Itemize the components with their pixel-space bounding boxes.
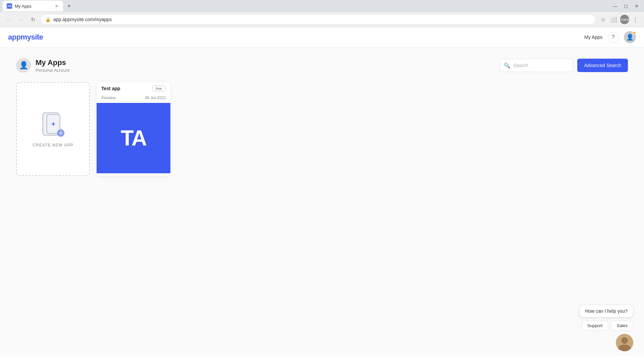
app-header: appmysite My Apps ? 👤: [0, 27, 644, 47]
free-badge: free: [152, 85, 166, 92]
app-date: 06 Jul,2022: [145, 96, 166, 100]
app-initials: TA: [121, 126, 147, 150]
page-title: My Apps: [36, 58, 69, 67]
advanced-search-button[interactable]: Advanced Search: [577, 59, 628, 72]
help-icon[interactable]: ?: [608, 32, 619, 43]
main-content: 👤 My Apps Personal Account 🔍 Advanced Se…: [0, 47, 644, 356]
extension-icon[interactable]: ⬜: [609, 15, 619, 24]
chat-buttons: Support Sales: [582, 321, 633, 330]
lock-icon: 🔒: [45, 17, 51, 22]
tab-favicon: AS: [7, 3, 12, 9]
minimize-button[interactable]: —: [610, 1, 620, 11]
url-text: app.appmysite.com/myapps: [53, 17, 112, 22]
apps-grid: + ⚙ CREATE NEW APP Test app free Preview…: [16, 82, 628, 176]
tab-bar: AS My Apps ✕ + — ◻ ✕: [0, 0, 644, 12]
window-controls: — ◻ ✕: [610, 1, 641, 11]
forward-button[interactable]: →: [16, 15, 25, 24]
search-area: 🔍 Advanced Search: [499, 59, 628, 72]
new-tab-button[interactable]: +: [64, 1, 74, 11]
search-box[interactable]: 🔍: [499, 59, 573, 72]
reload-button[interactable]: ↻: [28, 15, 38, 24]
app-card-header: Test app free: [97, 82, 170, 95]
page-title-section: 👤 My Apps Personal Account: [16, 58, 69, 73]
close-window-button[interactable]: ✕: [632, 1, 641, 11]
settings-circle: ⚙: [57, 129, 64, 137]
support-button[interactable]: Support: [582, 321, 608, 330]
notification-dot: [633, 31, 636, 35]
chrome-profile-button[interactable]: Guest: [620, 15, 629, 24]
chat-widget: How can I help you? Support Sales: [579, 305, 633, 351]
tab-close-button[interactable]: ✕: [54, 3, 59, 9]
browser-chrome: AS My Apps ✕ + — ◻ ✕ ← → ↻ 🔒 app.appmysi…: [0, 0, 644, 27]
create-label: CREATE NEW APP: [33, 143, 73, 147]
back-button[interactable]: ←: [4, 15, 13, 24]
user-avatar[interactable]: 👤: [624, 31, 636, 43]
create-icon-area: + ⚙: [40, 111, 66, 137]
account-avatar: 👤: [16, 58, 31, 73]
user-avatar-icon: 👤: [626, 34, 634, 41]
logo[interactable]: appmysite: [8, 33, 43, 42]
address-bar-row: ← → ↻ 🔒 app.appmysite.com/myapps ☆ ⬜ Gue…: [0, 12, 644, 27]
create-new-app-card[interactable]: + ⚙ CREATE NEW APP: [16, 82, 90, 176]
account-avatar-icon: 👤: [19, 61, 28, 70]
app-card-preview: TA: [97, 103, 170, 173]
maximize-button[interactable]: ◻: [621, 1, 631, 11]
page-subtitle: Personal Account: [36, 68, 69, 73]
active-tab[interactable]: AS My Apps ✕: [3, 1, 63, 11]
chat-bubble: How can I help you?: [579, 305, 633, 317]
address-bar[interactable]: 🔒 app.appmysite.com/myapps: [40, 14, 596, 25]
app-status: Preview: [101, 96, 116, 100]
bookmark-icon[interactable]: ☆: [598, 15, 608, 24]
tab-title: My Apps: [15, 4, 32, 9]
search-icon: 🔍: [504, 62, 511, 69]
chat-avatar[interactable]: [616, 334, 633, 351]
title-text-group: My Apps Personal Account: [36, 58, 69, 73]
app-card-name: Test app: [101, 86, 120, 91]
my-apps-nav-link[interactable]: My Apps: [584, 35, 602, 40]
app-card-meta: Preview 06 Jul,2022: [97, 95, 170, 103]
search-input[interactable]: [513, 63, 572, 68]
menu-icon[interactable]: ⋮: [631, 15, 640, 24]
page-header: 👤 My Apps Personal Account 🔍 Advanced Se…: [16, 58, 628, 73]
sales-button[interactable]: Sales: [611, 321, 633, 330]
app-card[interactable]: Test app free Preview 06 Jul,2022 TA: [97, 82, 170, 176]
header-right: My Apps ? 👤: [584, 31, 636, 43]
toolbar-icons: ☆ ⬜ Guest ⋮: [598, 15, 640, 24]
